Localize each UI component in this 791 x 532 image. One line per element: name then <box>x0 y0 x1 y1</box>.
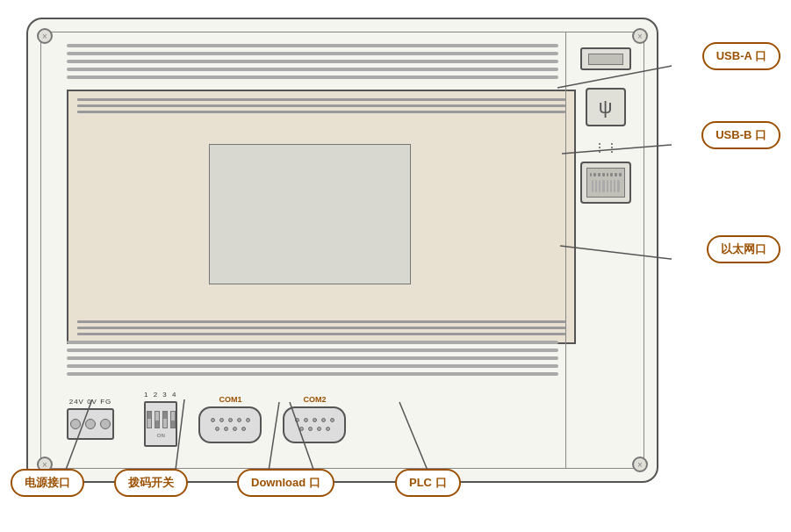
usb-b-port: ψ <box>586 88 626 126</box>
com2-p1 <box>295 418 299 422</box>
vent-line-1 <box>67 44 558 47</box>
screen-bottom-vents <box>77 320 565 335</box>
usb-b-label: USB-B 口 <box>715 128 766 141</box>
com2-body <box>283 406 346 443</box>
eth-c2 <box>593 173 596 176</box>
com1-connector: COM1 <box>198 395 262 443</box>
callout-power: 电源接口 <box>11 469 84 497</box>
eth-p5 <box>607 180 608 192</box>
com1-p7 <box>224 427 228 431</box>
dip-bottom-label: 拨码开关 <box>128 476 174 489</box>
com2-row2 <box>299 427 330 431</box>
com1-p6 <box>215 427 219 431</box>
callout-usb-a: USB-A 口 <box>702 42 780 70</box>
com1-p9 <box>241 427 246 431</box>
usb-a-inner <box>588 54 623 65</box>
power-body <box>67 408 114 440</box>
ethernet-port <box>580 162 631 204</box>
com2-p3 <box>313 418 317 422</box>
eth-c7 <box>615 173 617 176</box>
com2-p2 <box>304 418 308 422</box>
com1-body <box>198 406 262 443</box>
eth-p4 <box>602 180 604 192</box>
download-label: Download 口 <box>251 476 320 489</box>
com2-connector: COM2 <box>283 395 346 443</box>
screen-inner-box <box>209 144 411 284</box>
usb-b-symbol: ψ <box>599 96 613 119</box>
main-container: ψ ⋮⋮ <box>0 0 791 532</box>
screen-top-vents <box>68 91 574 113</box>
right-ports-panel: ψ ⋮⋮ <box>565 32 644 469</box>
eth-p6 <box>610 180 612 192</box>
top-ventilation <box>67 44 558 79</box>
vent-line-3 <box>67 60 558 63</box>
eth-c5 <box>607 173 609 176</box>
dip-body: ON <box>144 401 177 447</box>
dip-sw3 <box>162 411 168 428</box>
eth-c1 <box>590 173 593 176</box>
plc-label: PLC 口 <box>409 476 447 489</box>
eth-p2 <box>595 180 597 192</box>
com2-p5 <box>330 418 334 422</box>
callout-ethernet: 以太网口 <box>707 235 780 263</box>
dip-sw4 <box>170 411 176 428</box>
com2-p8 <box>317 427 321 431</box>
bv3 <box>67 356 558 360</box>
eth-row1 <box>590 173 622 176</box>
ethernet-label: 以太网口 <box>721 242 766 255</box>
sv2 <box>77 104 565 107</box>
eth-p1 <box>592 180 593 192</box>
dip-switches <box>147 411 176 428</box>
eth-p3 <box>599 180 600 192</box>
bv5 <box>67 372 558 376</box>
device-body: ψ ⋮⋮ <box>26 18 658 483</box>
power-connector: 24V 0V FG <box>67 398 114 440</box>
sbv2 <box>77 327 565 329</box>
dip-top-label: 1 2 3 4 <box>144 391 177 399</box>
com2-p7 <box>308 427 313 431</box>
com2-p6 <box>299 427 304 431</box>
bottom-connectors: 24V 0V FG 1 2 3 4 ON <box>67 379 560 458</box>
dip-sw1 <box>147 411 152 428</box>
ethernet-icon: ⋮⋮ <box>593 140 618 155</box>
callout-dip: 拨码开关 <box>114 469 188 497</box>
callout-plc: PLC 口 <box>395 469 461 497</box>
com1-row2 <box>215 427 246 431</box>
power-bottom-label: 电源接口 <box>25 476 70 489</box>
com1-p3 <box>228 418 233 422</box>
eth-row2 <box>590 180 622 192</box>
sv3 <box>77 111 565 113</box>
power-pin-2 <box>85 419 96 429</box>
eth-c8 <box>619 173 622 176</box>
vent-line-4 <box>67 68 558 71</box>
power-pin-1 <box>70 419 81 429</box>
screen-area <box>67 90 576 344</box>
bv4 <box>67 364 558 368</box>
ethernet-inner <box>586 168 625 198</box>
vent-line-5 <box>67 75 558 79</box>
dip-switch: 1 2 3 4 ON <box>144 391 177 447</box>
eth-p8 <box>617 180 619 192</box>
usb-a-port <box>580 47 631 70</box>
sbv3 <box>77 333 565 335</box>
com1-p4 <box>237 418 241 422</box>
callout-download: Download 口 <box>237 469 334 497</box>
callout-usb-b: USB-B 口 <box>701 121 780 149</box>
sv1 <box>77 98 565 101</box>
com1-p2 <box>219 418 224 422</box>
bv2 <box>67 349 558 352</box>
usb-a-label: USB-A 口 <box>716 49 766 62</box>
com2-row1 <box>295 418 334 422</box>
com1-p5 <box>246 418 250 422</box>
screw-top-left <box>37 28 53 44</box>
vent-line-2 <box>67 52 558 55</box>
bv1 <box>67 341 558 344</box>
dip-sw2 <box>155 411 160 428</box>
power-top-label: 24V 0V FG <box>69 398 112 406</box>
dip-sub-label: ON <box>157 433 165 438</box>
com2-label: COM2 <box>303 395 326 404</box>
eth-c6 <box>610 173 613 176</box>
com1-label: COM1 <box>219 395 241 404</box>
com2-p9 <box>326 427 330 431</box>
bottom-ventilation <box>67 341 558 376</box>
